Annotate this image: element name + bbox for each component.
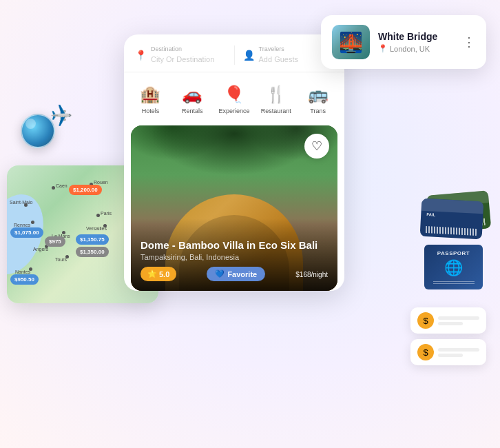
rating-badge: ⭐ 5.0 — [140, 267, 176, 281]
tab-experience[interactable]: 🎈 Experience — [213, 81, 256, 119]
tab-restaurant[interactable]: 🍴 Restaurant — [255, 81, 297, 119]
price-lines-2 — [438, 348, 479, 357]
bridge-location-text: London, UK — [390, 45, 430, 53]
tab-hotels[interactable]: 🏨 Hotels — [129, 81, 171, 119]
tab-transport[interactable]: 🚌 Trans — [297, 81, 339, 119]
map-city-dot-paris — [96, 214, 100, 217]
map-city-dot-caen — [52, 186, 55, 190]
price-pin-3[interactable]: $950.50 — [10, 274, 39, 285]
destination-field[interactable]: 📍 Destination City Or Destination — [135, 45, 226, 65]
map-city-label-angers: Angers — [33, 247, 48, 252]
property-location: Tampaksiring, Bali, Indonesia — [140, 253, 328, 261]
experience-icon: 🎈 — [224, 85, 244, 104]
price-cards-section: $ $ — [410, 307, 486, 365]
price-unit: /night — [311, 271, 328, 278]
ticket-stripe-2 — [421, 198, 484, 214]
rentals-icon: 🚗 — [182, 85, 202, 104]
bridge-thumbnail — [332, 25, 370, 59]
ticket-barcode-2 — [426, 226, 477, 236]
price-card-1: $ — [410, 307, 486, 334]
price-line-2a — [438, 348, 479, 352]
price-value: $168 — [295, 271, 311, 278]
price-pin-2[interactable]: $1,075.00 — [10, 227, 43, 238]
bridge-location: 📍 London, UK — [378, 44, 455, 53]
category-tabs: 🏨 Hotels 🚗 Rentals 🎈 Experience 🍴 Restau… — [124, 72, 344, 119]
price-pin-5[interactable]: $1,150.75 — [76, 234, 109, 245]
property-footer: ⭐ 5.0 💙 Favorite $168/night — [140, 267, 328, 281]
destination-placeholder: City Or Destination — [151, 55, 214, 63]
property-image-section: ♡ Dome - Bamboo Villa in Eco Six Bali Ta… — [131, 125, 337, 291]
price-line-1b — [438, 322, 463, 325]
main-app-card: 📍 Destination City Or Destination 👤 Trav… — [124, 34, 344, 291]
property-name: Dome - Bamboo Villa in Eco Six Bali — [140, 239, 328, 251]
bridge-info: White Bridge 📍 London, UK — [378, 31, 455, 54]
price-lines-1 — [438, 316, 479, 325]
favorite-badge[interactable]: 💙 Favorite — [207, 267, 265, 281]
price-pin-1[interactable]: $1,200.00 — [69, 185, 102, 195]
map-city-dot-rennes — [31, 221, 34, 224]
passport-card: PASSPORT 🌐 — [424, 245, 483, 289]
search-bar: 📍 Destination City Or Destination 👤 Trav… — [124, 34, 344, 72]
destination-label: Destination — [151, 45, 226, 52]
favorite-label: Favorite — [227, 270, 257, 278]
property-price: $168/night — [295, 269, 328, 279]
heart-icon: ♡ — [311, 139, 322, 154]
favorite-icon: 💙 — [215, 269, 225, 278]
transport-icon: 🚌 — [308, 85, 329, 104]
map-city-label-tours: Tours — [55, 257, 67, 262]
price-line-1a — [438, 316, 479, 320]
property-info-overlay: Dome - Bamboo Villa in Eco Six Bali Tamp… — [131, 218, 337, 291]
destination-pin-icon: 📍 — [135, 50, 147, 61]
price-pin-4[interactable]: $975 — [45, 236, 65, 247]
map-city-label-caen: Caen — [56, 183, 67, 188]
hotels-icon: 🏨 — [140, 85, 160, 104]
restaurant-icon: 🍴 — [266, 85, 287, 104]
transport-label: Trans — [310, 108, 326, 114]
passport-label: PASSPORT — [437, 250, 470, 256]
destination-text: Destination City Or Destination — [151, 45, 226, 65]
map-city-label-nantes: Nantes — [15, 269, 30, 274]
price-pin-6[interactable]: $1,350.00 — [76, 247, 109, 257]
price-coin-2: $ — [417, 344, 434, 360]
experience-label: Experience — [218, 108, 249, 114]
bridge-name: White Bridge — [378, 31, 455, 43]
map-city-label-paris: Paris — [101, 211, 112, 216]
travelers-person-icon: 👤 — [243, 50, 255, 61]
bridge-menu-button[interactable]: ⋮ — [463, 36, 475, 48]
passport-ticket-stack: PASS FAIL PASSPORT 🌐 — [421, 193, 490, 289]
location-pin-icon: 📍 — [378, 44, 388, 53]
price-card-2: $ — [410, 339, 486, 365]
passport-globe-icon: 🌐 — [444, 259, 463, 277]
white-bridge-card: White Bridge 📍 London, UK ⋮ — [321, 15, 486, 69]
map-city-label-saintmalo: Saint-Malo — [10, 200, 32, 205]
search-divider — [234, 45, 235, 65]
travelers-placeholder: Add Guests — [259, 55, 298, 63]
map-city-label-versailles: Versailles — [86, 226, 107, 231]
price-line-2b — [438, 354, 463, 357]
passport-machine-lines — [433, 280, 475, 284]
map-city-label-rouen: Rouen — [94, 180, 108, 185]
globe-decoration: ✈️ — [21, 114, 62, 155]
hotels-label: Hotels — [142, 108, 160, 114]
ticket-text-2: FAIL — [426, 212, 435, 217]
travelers-field[interactable]: 👤 Travelers Add Guests — [243, 45, 334, 65]
rating-value: 5.0 — [159, 270, 169, 278]
favorite-heart-button[interactable]: ♡ — [304, 134, 329, 159]
tab-rentals[interactable]: 🚗 Rentals — [171, 81, 213, 119]
map-city-label-rennes: Rennes — [14, 223, 30, 227]
rentals-label: Rentals — [182, 108, 203, 114]
star-icon: ⭐ — [147, 269, 157, 278]
restaurant-label: Restaurant — [261, 108, 291, 114]
boarding-ticket-2: FAIL — [420, 198, 484, 240]
price-coin-1: $ — [417, 312, 434, 329]
